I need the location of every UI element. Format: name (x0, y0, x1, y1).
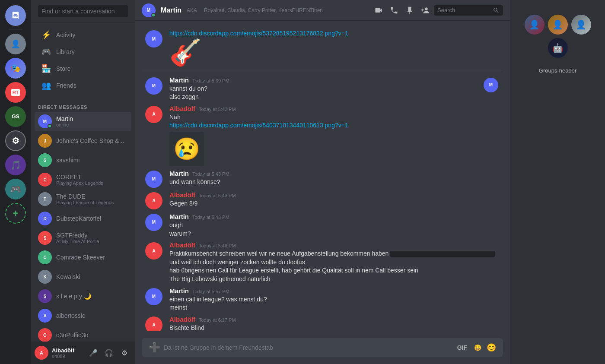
dm-section-header: DIRECT MESSAGES (31, 98, 135, 111)
msg-author-4[interactable]: Albadölf (169, 191, 195, 199)
discord-home-button[interactable] (5, 5, 26, 26)
dm-item-savshimi[interactable]: S savshimi × (35, 151, 131, 170)
pin-button[interactable] (403, 3, 417, 17)
dm-avatar-wrap-dubstep: D (38, 212, 52, 225)
chat-messages: M https://cdn.discordapp.com/emojis/5372… (135, 21, 510, 331)
msg-header-8: Albadölf Today at 6:17 PM (169, 316, 500, 323)
video-call-button[interactable] (372, 3, 385, 17)
dm-item-dubstep[interactable]: D DubstepKartoffel × (35, 209, 131, 228)
dm-avatar-savshimi: S (38, 153, 52, 167)
dm-item-o3opuffio3o[interactable]: O o3oPuffio3o × (35, 326, 131, 342)
dm-name-martin: Martin (56, 115, 128, 122)
dm-avatar-albertossic: A (38, 309, 52, 323)
emoji-button[interactable]: 😊 (487, 343, 496, 352)
user-name: Albadölf (52, 347, 83, 354)
msg-author-6[interactable]: Albadölf (169, 241, 195, 249)
msg-author-8[interactable]: Albadölf (169, 316, 195, 323)
dm-item-kowalski[interactable]: K Kowalski × (35, 267, 131, 286)
server-divider (9, 29, 22, 30)
user-tag: #4889 (52, 354, 83, 359)
msg-content-7: Martin Today at 5:57 PM einen call in le… (169, 287, 500, 312)
msg-link-old[interactable]: https://cdn.discordapp.com/emojis/537285… (169, 29, 500, 38)
settings-button[interactable]: ⚙ (118, 346, 131, 360)
dm-item-johnie[interactable]: J Johnie's Coffee Shop &... × (35, 131, 131, 150)
attach-icon[interactable]: ➕ (149, 342, 160, 353)
dm-item-martin[interactable]: M Martin online × (35, 112, 131, 131)
group-panel: 👤 👤 👤 🤖 Groups-header (510, 0, 605, 364)
group-avatar-3: 👤 (570, 14, 592, 35)
chat-input-area: ➕ Da ist ne Gruppe in deinem Freundestab… (135, 331, 510, 364)
nav-item-friends[interactable]: 👥 Friends (35, 77, 131, 94)
dm-list: M Martin online × J Johnie's Coffee Shop… (31, 111, 135, 342)
msg-time-7: Today at 5:57 PM (192, 289, 229, 294)
server-icon-3[interactable]: RT (5, 82, 26, 103)
deafen-button[interactable]: 🎧 (102, 346, 116, 360)
server-icon-4[interactable]: GS (5, 106, 26, 127)
server-icon-5[interactable]: ⚙ (5, 130, 26, 151)
dm-avatar-wrap-kowalski: K (38, 270, 52, 284)
chat-input-right-icons: GIF 😀 😊 (455, 343, 496, 352)
msg-author-7[interactable]: Martin (169, 287, 189, 294)
dm-info-martin: Martin online (56, 115, 128, 127)
gif-button[interactable]: GIF (455, 343, 469, 352)
friends-icon: 👥 (41, 81, 51, 90)
dm-info-kowalski: Kowalski (56, 273, 128, 280)
msg-group-old1: M https://cdn.discordapp.com/emojis/5372… (142, 28, 503, 67)
search-box[interactable]: Find or start a conversation (38, 5, 128, 17)
add-friend-button[interactable] (418, 3, 432, 17)
msg-avatar-martin-5: M (145, 214, 162, 231)
dm-avatar-comrade: C (38, 250, 52, 264)
dm-item-albertossic[interactable]: A albertossic × (35, 306, 131, 325)
chat-input-text[interactable]: Da ist ne Gruppe in deinem Freundestab (164, 344, 452, 351)
msg-avatar-martin-old: M (145, 30, 162, 47)
user-footer: A Albadölf #4889 🎤 🎧 ⚙ (31, 342, 135, 364)
nav-item-store[interactable]: 🏪 Store (35, 60, 131, 77)
msg-time-3: Today at 5:43 PM (192, 171, 229, 177)
dm-name-sleepy: s l e e p y 🌙 (56, 293, 128, 300)
user-footer-icons: 🎤 🎧 ⚙ (86, 346, 131, 360)
group-panel-label: Groups-header (535, 66, 580, 76)
sticker-button[interactable]: 😀 (472, 343, 483, 352)
user-avatar: A (35, 346, 48, 360)
voice-call-button[interactable] (387, 3, 401, 17)
msg-author-3[interactable]: Martin (169, 170, 189, 177)
dm-avatar-coreet: C (38, 173, 52, 187)
nav-item-library[interactable]: 🎮 Library (35, 44, 131, 60)
dm-item-thedude[interactable]: T The DUDE Playing League of Legends × (35, 190, 131, 209)
msg-avatar-martin-3: M (145, 171, 162, 188)
dm-item-sgtfreddy[interactable]: S SGTFreddy At My Time At Portia × (35, 228, 131, 247)
chat-search-box[interactable]: Search (434, 5, 503, 16)
msg-avatar-albadolf-4: A (145, 192, 162, 209)
dm-item-comrade[interactable]: C Comrade Skeever × (35, 248, 131, 267)
server-icon-8[interactable]: + (5, 203, 26, 224)
msg-text-1a: kannst du on? (169, 85, 475, 93)
msg-avatar-albadolf-6: A (145, 242, 162, 260)
dm-avatar-sgtfreddy: S (38, 231, 52, 245)
dm-avatar-sleepy: S (38, 289, 52, 303)
dm-avatar-wrap-sgtfreddy: S (38, 231, 52, 245)
server-icon-1[interactable]: 👤 (5, 34, 26, 54)
msg-content-4: Albadölf Today at 5:43 PM Gegen 8/9 (169, 191, 500, 209)
nav-item-activity[interactable]: ⚡ Activity (35, 27, 131, 43)
group-avatars: 👤 👤 👤 🤖 (515, 7, 601, 66)
server-icon-2[interactable]: 🎭 (5, 58, 26, 79)
dm-name-albertossic: albertossic (56, 312, 128, 319)
msg-group-4: A Albadölf Today at 5:43 PM Gegen 8/9 (142, 190, 503, 211)
dm-sidebar: Find or start a conversation ⚡ Activity … (31, 0, 135, 364)
msg-author-1[interactable]: Martin (169, 76, 189, 84)
msg-content-6: Albadölf Today at 5:48 PM Praktikumsberi… (169, 241, 500, 283)
msg-group-1: M Martin Today at 5:39 PM kannst du on? … (142, 75, 503, 103)
dm-avatar-wrap-coreet: C (38, 173, 52, 187)
dm-avatar-thedude: T (38, 192, 52, 206)
msg-time-8: Today at 6:17 PM (199, 317, 236, 323)
msg-content-1: Martin Today at 5:39 PM kannst du on? al… (169, 76, 475, 101)
msg-link-2[interactable]: https://cdn.discordapp.com/emojis/540371… (169, 121, 500, 130)
msg-author-2[interactable]: Albadölf (169, 105, 195, 112)
server-icon-6[interactable]: 🎵 (5, 155, 26, 175)
mute-button[interactable]: 🎤 (86, 346, 100, 360)
server-icon-7[interactable]: 🎮 (5, 179, 26, 199)
dm-item-sleepy[interactable]: S s l e e p y 🌙 × (35, 287, 131, 306)
dm-item-coreet[interactable]: C COREET Playing Apex Legends × (35, 170, 131, 189)
chat-header-icons: Search (372, 3, 503, 17)
msg-author-5[interactable]: Martin (169, 213, 189, 220)
